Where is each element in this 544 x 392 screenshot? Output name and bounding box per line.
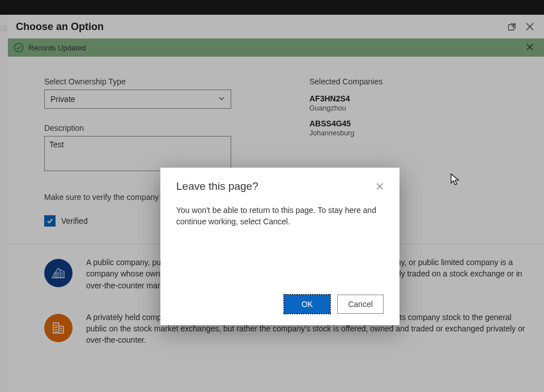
dialog-header: Leave this page? xyxy=(176,180,384,193)
dialog-title: Leave this page? xyxy=(176,180,376,193)
leave-page-dialog: Leave this page? You won't be able to re… xyxy=(160,168,400,325)
ok-label: OK xyxy=(301,300,313,309)
dialog-body: You won't be able to return to this page… xyxy=(176,205,384,295)
ok-button[interactable]: OK xyxy=(284,295,330,314)
dialog-close-icon[interactable] xyxy=(376,182,384,190)
cancel-button[interactable]: Cancel xyxy=(337,295,384,314)
cancel-label: Cancel xyxy=(348,300,373,309)
dialog-footer: OK Cancel xyxy=(176,295,384,314)
